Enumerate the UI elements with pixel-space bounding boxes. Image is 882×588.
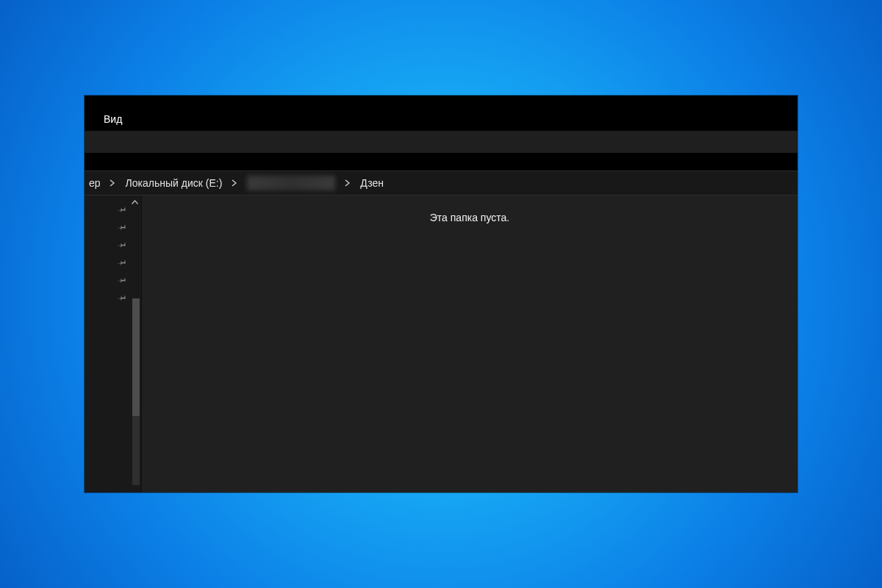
pin-icon [118,293,126,301]
breadcrumb-segment-folder[interactable]: Дзен [353,171,390,195]
pin-icon [118,205,126,213]
desktop-wallpaper: Вид ер Локальный диск (E:) Дзен [0,0,882,588]
redacted-blur [247,176,335,190]
quick-access-item[interactable] [85,253,141,270]
breadcrumb-segment-drive[interactable]: Локальный диск (E:) [118,171,229,195]
chevron-right-icon[interactable] [107,171,118,195]
sidebar-scrollbar-thumb[interactable] [132,298,140,416]
pin-icon [118,223,126,231]
address-bar[interactable]: ер Локальный диск (E:) Дзен [85,171,797,196]
ribbon-spacer [85,153,797,171]
quick-access-item[interactable] [85,235,141,253]
chevron-right-icon[interactable] [228,171,240,195]
explorer-body: Эта папка пуста. [85,196,797,492]
chevron-right-icon[interactable] [341,171,353,195]
ribbon-tab-view[interactable]: Вид [96,109,129,131]
empty-folder-message: Эта папка пуста. [142,212,797,223]
quick-access-item[interactable] [85,270,141,288]
pin-icon [118,276,126,284]
pin-icon [118,240,126,248]
file-explorer-window: Вид ер Локальный диск (E:) Дзен [85,96,797,492]
ribbon-band [85,131,797,153]
ribbon-tab-strip: Вид [85,96,797,131]
breadcrumb-segment-redacted[interactable] [240,171,341,195]
navigation-pane[interactable] [85,196,142,492]
quick-access-item[interactable] [85,218,141,235]
pin-icon [118,258,126,266]
breadcrumb-segment-clipped[interactable]: ер [86,171,107,195]
folder-content-pane[interactable]: Эта папка пуста. [142,196,797,492]
scroll-up-icon[interactable] [132,198,138,206]
